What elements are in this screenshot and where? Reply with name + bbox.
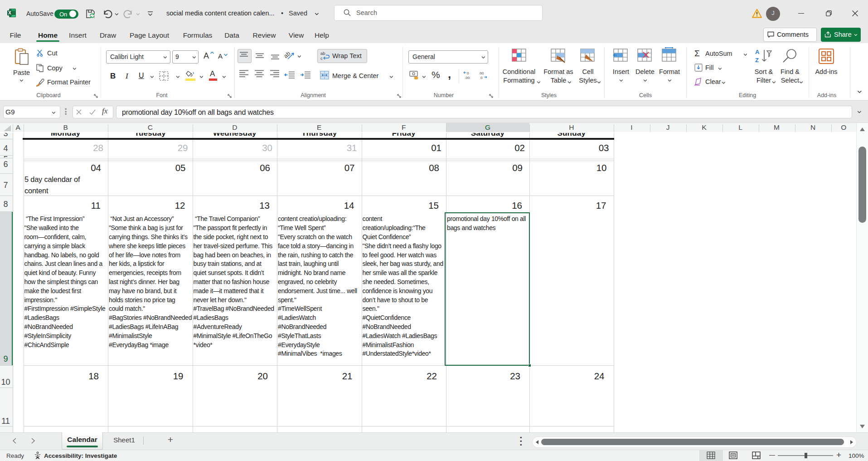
svg-text:.00: .00 — [479, 71, 484, 75]
svg-text:ab: ab — [320, 51, 325, 56]
svg-text:X: X — [8, 10, 11, 15]
svg-text:0: 0 — [480, 76, 483, 79]
svg-text:Z: Z — [755, 57, 759, 64]
svg-text:A: A — [755, 49, 760, 55]
svg-text:c: c — [320, 56, 323, 61]
svg-text:.00: .00 — [465, 76, 470, 79]
svg-text:ab: ab — [284, 50, 291, 59]
svg-text:0: 0 — [467, 71, 469, 75]
